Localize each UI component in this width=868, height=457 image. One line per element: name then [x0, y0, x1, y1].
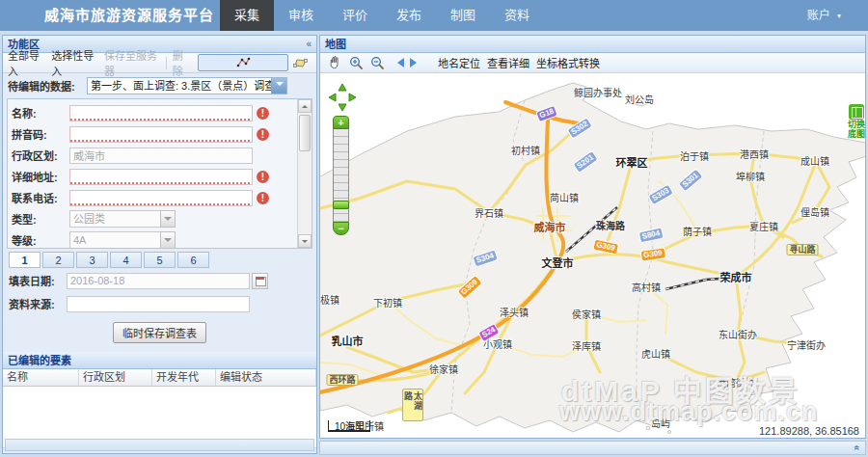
collapse-left-icon[interactable]: «	[306, 36, 312, 52]
map-place-label: 荫子镇	[683, 224, 712, 238]
column-header[interactable]: 编辑状态	[216, 369, 308, 386]
map-zoom-slider[interactable]: + −	[333, 116, 349, 235]
field-label-phone: 联系电话:	[12, 190, 69, 205]
app-title: 威海市旅游资源服务平台	[0, 0, 214, 31]
edited-features-title: 已编辑的要素	[8, 352, 71, 368]
chevron-down-icon[interactable]	[160, 231, 176, 249]
map-place-label: 岛屿	[651, 416, 670, 430]
page-tab[interactable]: 2	[42, 252, 74, 268]
grade-select-value: 4A	[69, 231, 160, 249]
grade-select[interactable]: 4A	[69, 231, 176, 249]
zoom-slider-handle[interactable]	[333, 201, 349, 209]
nav-menu-item[interactable]: 评价	[328, 0, 382, 31]
field-label-grade: 等级:	[12, 232, 69, 248]
nav-menu-item[interactable]: 发布	[382, 0, 436, 31]
column-header[interactable]: 开发年代	[152, 369, 216, 386]
pinyin-field[interactable]	[69, 126, 253, 143]
map-place-label: 徐家镇	[429, 362, 458, 376]
column-header[interactable]: 行政区划	[79, 369, 152, 386]
calendar-icon[interactable]	[252, 273, 268, 289]
zoom-slider-minus[interactable]: −	[333, 222, 349, 235]
map-place-label: 下初镇	[373, 295, 402, 309]
map-panel-title: 地图	[325, 36, 346, 52]
error-icon: !	[257, 107, 269, 120]
nav-menu-item[interactable]: 资料	[490, 0, 544, 31]
map-place-label: 刘公岛	[625, 92, 654, 106]
map-place-label: 泊于镇	[680, 148, 709, 163]
edited-features-columns: 名称行政区划开发年代编辑状态	[3, 369, 316, 387]
dataset-select[interactable]: 第一步、面上调查: 3.景区（景点）调查表	[87, 77, 287, 94]
zoom-slider-track[interactable]	[333, 129, 349, 222]
field-label-type: 类型:	[12, 211, 69, 227]
date-row: 填表日期:	[9, 270, 316, 291]
phone-field[interactable]	[69, 190, 253, 206]
map-place-label: 环翠区	[616, 154, 648, 170]
draw-polyline-icon[interactable]	[198, 54, 288, 71]
temp-save-button[interactable]: 临时保存调查表	[113, 322, 206, 343]
basemap-grid-icon	[849, 104, 864, 120]
forward-arrow-icon[interactable]	[410, 58, 421, 67]
chevron-down-icon[interactable]	[271, 78, 286, 94]
nav-menu-item[interactable]: 审核	[274, 0, 328, 31]
scrollbar-thumb[interactable]	[299, 115, 311, 151]
source-field[interactable]	[67, 296, 250, 312]
source-row: 资料来源:	[9, 293, 316, 314]
page-tab[interactable]: 1	[9, 252, 41, 268]
back-arrow-icon[interactable]	[393, 58, 404, 67]
draw-polygon-icon[interactable]	[291, 55, 309, 71]
zoom-out-icon[interactable]	[368, 55, 386, 71]
toolbar-separator	[166, 57, 167, 69]
form-pager: 123456	[9, 252, 311, 268]
address-field[interactable]	[69, 169, 253, 185]
save-to-server-button[interactable]: 保存至服务器	[104, 47, 158, 78]
pan-hand-icon[interactable]	[326, 55, 343, 71]
date-field[interactable]	[67, 273, 250, 289]
delete-button[interactable]: 删除	[173, 47, 191, 78]
district-field[interactable]	[69, 148, 253, 164]
map-place-label: 高村镇	[632, 280, 661, 294]
top-nav: 威海市旅游资源服务平台 采集审核评价发布制图资料 账户 ▾	[0, 0, 868, 31]
nav-menu-item[interactable]: 制图	[436, 0, 490, 31]
page-tab[interactable]: 3	[76, 252, 108, 268]
nav-menu-item[interactable]: 采集	[220, 0, 274, 31]
map-pan-control[interactable]	[328, 83, 357, 112]
map-place-label: 苘山镇	[550, 190, 579, 204]
road-badge: 寻山路	[786, 244, 818, 255]
account-label: 账户	[807, 9, 830, 22]
import-selective-button[interactable]: 选择性导入	[51, 47, 96, 78]
map-toolbar-link[interactable]: 地名定位	[438, 55, 480, 70]
map-place-label: 珠海路	[596, 218, 625, 232]
field-label-name: 名称:	[12, 105, 69, 121]
page-tab[interactable]: 6	[177, 252, 209, 268]
zoom-in-icon[interactable]	[347, 55, 365, 71]
map-toolbar-link[interactable]: 查看详细	[487, 55, 529, 70]
type-select-value: 公园类	[69, 210, 160, 228]
import-all-button[interactable]: 全部导入	[8, 47, 43, 78]
map-place-label: 埠柳镇	[736, 169, 765, 183]
zoom-slider-plus[interactable]: +	[333, 116, 349, 129]
name-field[interactable]	[69, 105, 253, 121]
page-tab[interactable]: 5	[144, 252, 176, 268]
column-header[interactable]	[308, 369, 316, 386]
map-place-label: 虎山镇	[641, 346, 670, 361]
type-select[interactable]: 公园类	[69, 210, 176, 228]
basemap-switch-label2: 底图	[840, 129, 865, 139]
scroll-up-icon[interactable]	[298, 99, 312, 113]
map-canvas[interactable]: + − 切换 底图 鲸园办事处刘公岛初村镇环翠区泊于镇港西镇成山镇埠柳镇苘山镇界…	[320, 73, 865, 438]
scroll-down-icon[interactable]	[298, 234, 312, 248]
chevron-down-icon[interactable]	[160, 210, 176, 228]
error-icon: !	[257, 171, 269, 183]
fields-scrollbar[interactable]	[297, 99, 312, 248]
basemap-switch[interactable]: 切换 底图	[840, 104, 865, 139]
map-place-label: 俚岛镇	[800, 204, 829, 219]
page-tab[interactable]: 4	[110, 252, 142, 268]
map-geography	[320, 73, 865, 438]
bottom-bar: «	[319, 441, 866, 455]
map-toolbar-link[interactable]: 坐标格式转换	[536, 55, 600, 70]
map-place-label: 侯家镇	[572, 307, 601, 321]
account-menu[interactable]: 账户 ▾	[807, 0, 868, 31]
map-place-label: 威海市	[534, 219, 566, 234]
map-place-label: 鲸园办事处	[574, 85, 622, 99]
collapse-up-icon[interactable]: «	[852, 442, 862, 455]
column-header[interactable]: 名称	[3, 369, 79, 386]
